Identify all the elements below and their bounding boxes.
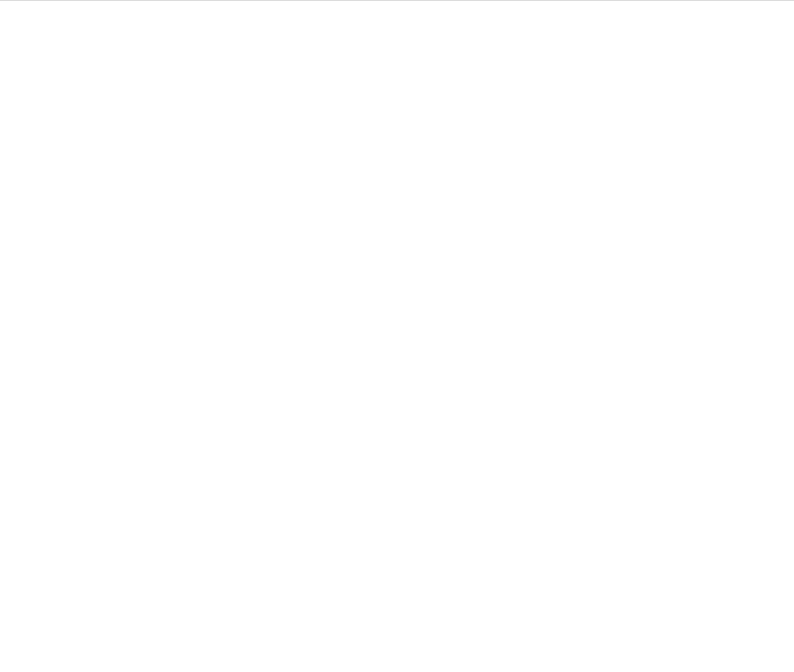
annotation-arrow-icon <box>0 0 794 41</box>
